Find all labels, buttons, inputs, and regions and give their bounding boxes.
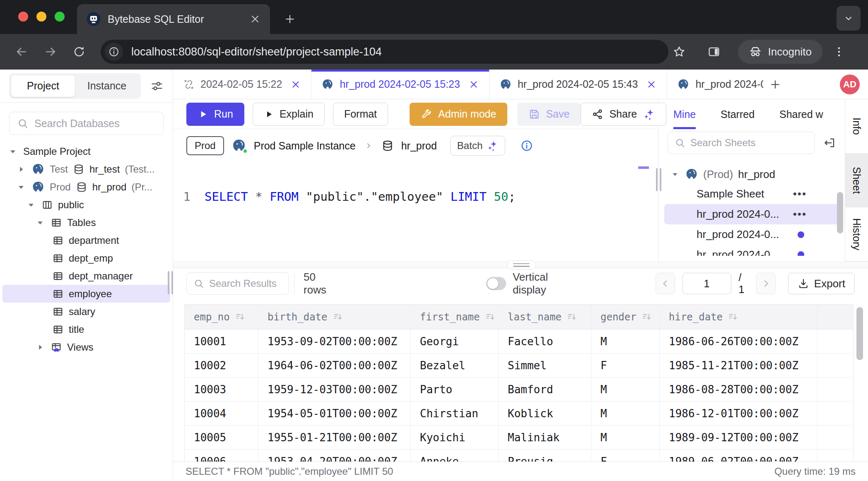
tree-item-views-group[interactable]: Views: [0, 338, 173, 356]
sort-icon[interactable]: [333, 312, 343, 322]
address-bar[interactable]: localhost:8080/sql-editor/sheet/project-…: [101, 40, 668, 64]
admin-mode-button[interactable]: Admin mode: [410, 103, 507, 126]
tab-project[interactable]: Project: [11, 75, 75, 97]
tree-item-table-department[interactable]: department: [0, 231, 173, 249]
close-icon[interactable]: [646, 79, 657, 90]
info-circle-icon[interactable]: [520, 139, 533, 152]
results-search[interactable]: [186, 272, 289, 295]
column-header-emp-no[interactable]: emp_no: [185, 305, 258, 329]
close-icon[interactable]: [290, 79, 301, 90]
reload-icon[interactable]: [68, 41, 90, 63]
tree-item-table-dept-manager[interactable]: dept_manager: [0, 267, 173, 285]
environment-chip[interactable]: Prod: [186, 136, 224, 155]
batch-button[interactable]: Batch: [450, 136, 505, 156]
import-sheet-icon[interactable]: [823, 137, 836, 149]
minimize-window-button[interactable]: [36, 12, 46, 22]
chevron-down-icon[interactable]: [26, 200, 36, 210]
new-tab-button[interactable]: [280, 9, 300, 29]
chevron-down-icon[interactable]: [16, 182, 27, 192]
chevron-down-icon[interactable]: [35, 217, 46, 228]
sheet-menu-icon[interactable]: •••: [793, 208, 807, 221]
format-button[interactable]: Format: [333, 103, 388, 126]
tab-starred[interactable]: Starred: [721, 99, 755, 129]
chevron-right-icon[interactable]: [35, 342, 46, 353]
rail-tab-sheet[interactable]: Sheet: [845, 154, 868, 208]
close-icon[interactable]: [468, 79, 479, 90]
database-name[interactable]: hr_prod: [401, 140, 437, 152]
side-panel-icon[interactable]: [703, 41, 725, 63]
results-search-input[interactable]: [209, 278, 282, 289]
sheet-search[interactable]: [668, 132, 815, 154]
sheet-item-sample-sheet[interactable]: Sample Sheet •••: [664, 184, 839, 204]
tree-item-project[interactable]: Sample Project: [0, 142, 173, 160]
tab-search-caret-button[interactable]: [837, 6, 861, 31]
results-scrollbar[interactable]: [856, 307, 863, 360]
sort-icon[interactable]: [235, 312, 246, 322]
sheet-item-unsaved[interactable]: hr_prod 2024-0...: [664, 224, 839, 245]
prev-page-button[interactable]: [656, 273, 675, 294]
close-window-button[interactable]: [18, 12, 28, 22]
sidebar-resize-handle[interactable]: [168, 271, 173, 294]
sheet-tab-1[interactable]: 2024-02-05 15:22: [173, 70, 311, 99]
sort-icon[interactable]: [728, 312, 738, 322]
sort-icon[interactable]: [567, 312, 577, 322]
sheet-search-input[interactable]: [690, 137, 808, 149]
results-divider[interactable]: [173, 262, 868, 268]
column-header-birth-date[interactable]: birth_date: [258, 305, 411, 329]
export-button[interactable]: Export: [788, 273, 855, 294]
browser-menu-icon[interactable]: [828, 41, 850, 63]
sheet-tab-4[interactable]: hr_prod 2024-0...: [667, 70, 763, 99]
sheet-item-selected[interactable]: hr_prod 2024-0... •••: [664, 204, 839, 224]
tree-item-table-title[interactable]: title: [0, 320, 173, 338]
filter-sliders-icon[interactable]: [150, 79, 164, 93]
tree-item-test-db[interactable]: Test hr_test (Test...: [0, 160, 173, 178]
tab-instance[interactable]: Instance: [75, 75, 139, 97]
back-icon[interactable]: [11, 41, 32, 63]
incognito-badge[interactable]: Incognito: [738, 40, 822, 64]
save-button[interactable]: Save: [517, 103, 581, 126]
database-search[interactable]: [9, 112, 164, 135]
column-header-last-name[interactable]: last_name: [499, 305, 591, 329]
sheet-tab-2-active[interactable]: hr_prod 2024-02-05 15:23: [311, 70, 489, 99]
column-header-gender[interactable]: gender: [591, 305, 660, 329]
tree-item-prod-db[interactable]: Prod hr_prod (Pr...: [0, 178, 173, 196]
sort-icon[interactable]: [641, 312, 652, 322]
sheet-tab-3[interactable]: hr_prod 2024-02-05 15:43: [489, 70, 668, 99]
tree-item-schema-public[interactable]: public: [0, 196, 173, 214]
sheet-item-clipped[interactable]: hr_prod 2024-0...: [664, 245, 839, 256]
close-tab-icon[interactable]: [249, 13, 261, 25]
tree-item-tables-group[interactable]: Tables: [0, 214, 173, 231]
sql-editor[interactable]: 1 SELECT * FROM "public"."employee" LIMI…: [173, 162, 658, 262]
tree-item-table-dept-emp[interactable]: dept_emp: [0, 249, 173, 267]
instance-name[interactable]: Prod Sample Instance: [254, 140, 356, 152]
sheet-group-prod-hr-prod[interactable]: (Prod) hr_prod: [664, 165, 839, 184]
user-avatar[interactable]: AD: [840, 75, 860, 94]
vertical-display-toggle[interactable]: [486, 277, 506, 290]
tab-shared-with-me[interactable]: Shared w: [779, 99, 830, 129]
chevron-right-icon[interactable]: [16, 164, 27, 175]
next-page-button[interactable]: [756, 273, 776, 294]
chevron-down-icon[interactable]: [7, 146, 18, 157]
explain-button[interactable]: Explain: [253, 103, 325, 126]
browser-tab[interactable]: Bytebase SQL Editor: [77, 4, 270, 34]
database-search-input[interactable]: [34, 118, 156, 130]
page-number-input[interactable]: [682, 273, 731, 294]
tree-item-table-salary[interactable]: salary: [0, 303, 173, 320]
column-header-first-name[interactable]: first_name: [411, 305, 499, 329]
new-sheet-button[interactable]: [763, 70, 787, 99]
zoom-window-button[interactable]: [55, 12, 65, 22]
chevron-down-icon[interactable]: [670, 169, 680, 179]
tab-mine[interactable]: Mine: [673, 99, 696, 129]
sheet-menu-icon[interactable]: •••: [793, 188, 807, 200]
sheet-list-scrollbar[interactable]: [837, 192, 843, 233]
run-button[interactable]: Run: [186, 103, 244, 126]
tree-item-table-employee[interactable]: employee: [2, 285, 170, 303]
column-header-hire-date[interactable]: hire_date: [660, 305, 817, 329]
rail-tab-info[interactable]: Info: [845, 99, 868, 154]
site-info-icon[interactable]: [105, 43, 123, 61]
forward-icon[interactable]: [40, 41, 61, 63]
rail-tab-history[interactable]: History: [845, 207, 868, 262]
window-controls[interactable]: [18, 12, 65, 22]
share-button[interactable]: Share: [581, 103, 666, 126]
bookmark-star-icon[interactable]: [668, 41, 690, 63]
